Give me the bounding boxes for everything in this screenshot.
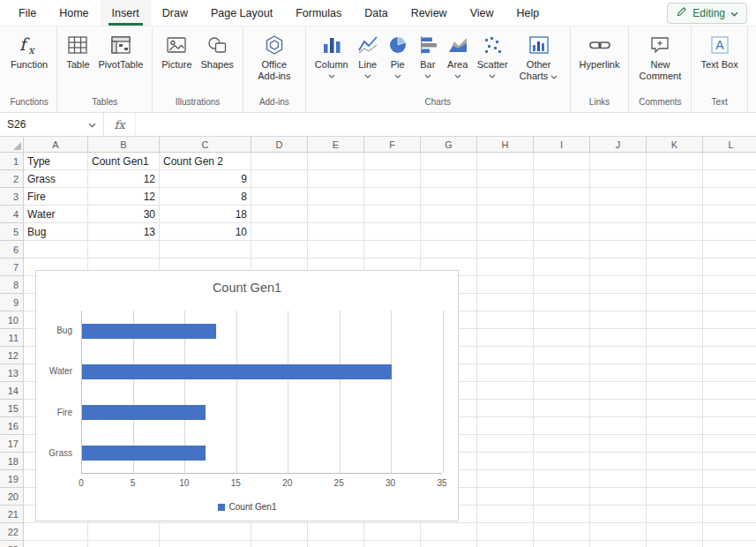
- cell-L10[interactable]: [703, 311, 756, 329]
- cell-H10[interactable]: [477, 311, 534, 329]
- cell-H3[interactable]: [477, 188, 534, 206]
- cell-L2[interactable]: [703, 170, 756, 188]
- cell-J21[interactable]: [590, 506, 647, 523]
- column-header-F[interactable]: F: [364, 137, 421, 153]
- cell-B23[interactable]: [88, 541, 160, 547]
- cell-G22[interactable]: [421, 523, 477, 541]
- cell-L20[interactable]: [703, 488, 756, 506]
- cell-H6[interactable]: [477, 241, 534, 259]
- cell-L3[interactable]: [703, 188, 756, 206]
- hyperlink-button[interactable]: Hyperlink: [575, 31, 625, 72]
- cell-D6[interactable]: [251, 241, 308, 259]
- cell-L14[interactable]: [703, 382, 756, 400]
- cell-E23[interactable]: [308, 541, 364, 547]
- cell-L4[interactable]: [703, 206, 756, 223]
- row-header-10[interactable]: 10: [0, 311, 24, 329]
- cell-D4[interactable]: [251, 206, 308, 223]
- name-box[interactable]: S26: [0, 113, 104, 136]
- cell-J8[interactable]: [590, 276, 647, 294]
- cell-C1[interactable]: Count Gen 2: [160, 153, 251, 170]
- cell-L21[interactable]: [703, 506, 756, 523]
- tab-review[interactable]: Review: [400, 0, 459, 26]
- cell-J13[interactable]: [590, 364, 647, 382]
- cell-H22[interactable]: [477, 523, 534, 541]
- cell-H4[interactable]: [477, 206, 534, 223]
- tab-formulas[interactable]: Formulas: [284, 0, 353, 26]
- new-comment-button[interactable]: New Comment: [633, 31, 686, 84]
- cell-A6[interactable]: [24, 241, 88, 259]
- cell-B3[interactable]: 12: [88, 188, 160, 206]
- cell-L5[interactable]: [703, 223, 756, 241]
- cell-J14[interactable]: [590, 382, 647, 400]
- cell-K3[interactable]: [647, 188, 703, 206]
- cell-G6[interactable]: [421, 241, 477, 259]
- cell-C5[interactable]: 10: [160, 223, 251, 241]
- cell-K17[interactable]: [647, 435, 703, 453]
- tab-draw[interactable]: Draw: [151, 0, 199, 26]
- cell-I15[interactable]: [534, 400, 590, 417]
- cell-B1[interactable]: Count Gen1: [88, 153, 160, 170]
- row-header-2[interactable]: 2: [0, 170, 24, 188]
- row-header-5[interactable]: 5: [0, 223, 24, 241]
- row-header-18[interactable]: 18: [0, 453, 24, 470]
- cell-J6[interactable]: [590, 241, 647, 259]
- cell-G4[interactable]: [421, 206, 477, 223]
- picture-button[interactable]: Picture: [157, 31, 196, 72]
- cell-H19[interactable]: [477, 470, 534, 488]
- cell-K1[interactable]: [647, 153, 703, 170]
- chevron-down-icon[interactable]: [88, 118, 96, 131]
- bar-fire[interactable]: [82, 405, 206, 420]
- chart[interactable]: Count Gen1 GrassFireWaterBug 05101520253…: [35, 270, 459, 521]
- shapes-button[interactable]: Shapes: [197, 31, 238, 72]
- cell-H11[interactable]: [477, 329, 534, 347]
- cell-G23[interactable]: [421, 541, 477, 547]
- cell-E6[interactable]: [308, 241, 364, 259]
- column-header-H[interactable]: H: [477, 137, 534, 153]
- cell-J10[interactable]: [590, 311, 647, 329]
- cell-I22[interactable]: [534, 523, 590, 541]
- other-charts-button[interactable]: Other Charts: [513, 31, 565, 84]
- row-header-13[interactable]: 13: [0, 364, 24, 382]
- cell-J7[interactable]: [590, 259, 647, 276]
- bar-water[interactable]: [82, 364, 392, 379]
- chevron-down-icon[interactable]: [424, 72, 431, 79]
- cell-H12[interactable]: [477, 347, 534, 364]
- cell-I17[interactable]: [534, 435, 590, 453]
- cell-B4[interactable]: 30: [88, 206, 160, 223]
- cell-E1[interactable]: [308, 153, 364, 170]
- cell-G1[interactable]: [421, 153, 477, 170]
- cell-J5[interactable]: [590, 223, 647, 241]
- cell-J9[interactable]: [590, 294, 647, 311]
- cell-I5[interactable]: [534, 223, 590, 241]
- cell-E2[interactable]: [308, 170, 364, 188]
- cell-G3[interactable]: [421, 188, 477, 206]
- formula-input[interactable]: [136, 113, 756, 136]
- column-chart-button[interactable]: Column: [311, 31, 353, 80]
- tab-help[interactable]: Help: [505, 0, 551, 26]
- cell-A5[interactable]: Bug: [24, 223, 88, 241]
- cell-L11[interactable]: [703, 329, 756, 347]
- cell-J20[interactable]: [590, 488, 647, 506]
- cell-J18[interactable]: [590, 453, 647, 470]
- cell-L17[interactable]: [703, 435, 756, 453]
- cell-C6[interactable]: [160, 241, 251, 259]
- chevron-down-icon[interactable]: [328, 72, 335, 79]
- cell-K11[interactable]: [647, 329, 703, 347]
- cell-F6[interactable]: [364, 241, 421, 259]
- column-header-G[interactable]: G: [421, 137, 477, 153]
- column-header-I[interactable]: I: [534, 137, 590, 153]
- cell-L8[interactable]: [703, 276, 756, 294]
- cell-J1[interactable]: [590, 153, 647, 170]
- cell-G5[interactable]: [421, 223, 477, 241]
- row-header-4[interactable]: 4: [0, 206, 24, 223]
- cell-I18[interactable]: [534, 453, 590, 470]
- cell-I21[interactable]: [534, 506, 590, 523]
- cell-J19[interactable]: [590, 470, 647, 488]
- cell-A3[interactable]: Fire: [24, 188, 88, 206]
- chevron-down-icon[interactable]: [394, 72, 401, 79]
- cell-L6[interactable]: [703, 241, 756, 259]
- cell-E22[interactable]: [308, 523, 364, 541]
- cell-K21[interactable]: [647, 506, 703, 523]
- row-header-6[interactable]: 6: [0, 241, 24, 259]
- cell-D22[interactable]: [251, 523, 308, 541]
